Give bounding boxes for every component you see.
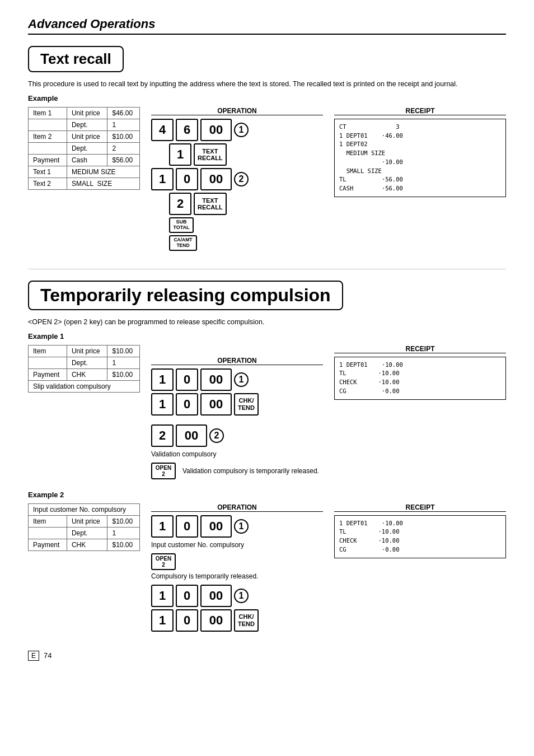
example1-receipt-box: 1 DEPT01 ·10.00 TL ·10.00 CHECK ·10.00 C… xyxy=(334,357,506,400)
table-row: Payment CHK $10.00 xyxy=(29,368,140,380)
op-row-4: 2 TEXTRECALL xyxy=(169,193,323,215)
example2-op-col: OPERATION 1 0 00 1 Input customer No. co… xyxy=(151,503,323,634)
ex2-key-00d: 00 xyxy=(200,609,232,632)
ex1-key-00c: 00 xyxy=(176,424,207,447)
ex1-key-chk: CHK/TEND xyxy=(234,393,259,416)
example2-receipt-label: RECEIPT xyxy=(334,503,506,512)
ex1-key-00: 00 xyxy=(200,368,232,391)
table-row: Item 1 Unit price $46.00 xyxy=(29,107,140,119)
section1-op-label: OPERATION xyxy=(151,107,323,115)
key-6: 6 xyxy=(176,119,198,141)
ex2-op-row-2: 1 0 00 1 xyxy=(151,585,323,607)
ex2-key-1: 1 xyxy=(151,515,174,538)
ex1-open2-row: OPEN2 Validation compulsory is temporari… xyxy=(151,463,323,479)
key-00: 00 xyxy=(200,119,232,141)
table-row: Payment CHK $10.00 xyxy=(29,539,140,550)
example2-table: Input customer No. compulsory Item Unit … xyxy=(28,503,140,551)
circle-2: 2 xyxy=(234,172,249,186)
ex2-key-0c: 0 xyxy=(176,585,198,607)
example1-receipt-col: RECEIPT 1 DEPT01 ·10.00 TL ·10.00 CHECK … xyxy=(334,345,506,400)
section1-title-box: Text recall xyxy=(28,46,124,72)
example1-receipt-label: RECEIPT xyxy=(334,345,506,353)
ex2-key-00c: 00 xyxy=(200,585,232,607)
page-title: Advanced Operations xyxy=(28,17,506,31)
table-row: Slip validation compulsory xyxy=(29,380,140,392)
key-1b: 1 xyxy=(151,168,174,190)
table-row: Input customer No. compulsory xyxy=(29,503,140,515)
key-ca-amt-tend: CA/AMTTEND xyxy=(169,235,197,251)
table-row: Dept. 2 xyxy=(29,142,140,154)
table-row: Item Unit price $10.00 xyxy=(29,515,140,527)
ex2-key-chk: CHK/TEND xyxy=(234,609,259,632)
section1-item-table-wrap: Item 1 Unit price $46.00 Dept. 1 Item 2 … xyxy=(28,107,140,190)
example2-receipt-col: RECEIPT 1 DEPT01 ·10.00 TL ·10.00 CHECK … xyxy=(334,503,506,558)
ex2-key-0: 0 xyxy=(176,515,198,538)
page-footer: E 74 xyxy=(28,651,506,661)
section1-receipt-box: CT 3 1 DEPT01 ·46.00 1 DEPT02 MEDIUM SIZ… xyxy=(334,119,506,197)
page-header: Advanced Operations xyxy=(28,17,506,35)
example2-table-wrap: Input customer No. compulsory Item Unit … xyxy=(28,503,140,551)
section-compulsion: Temporarily releasing compulsion <OPEN 2… xyxy=(28,281,506,634)
section2-title-box: Temporarily releasing compulsion xyxy=(28,281,343,310)
table-row: Dept. 1 xyxy=(29,527,140,539)
example1-area: Item Unit price $10.00 Dept. 1 Payment C… xyxy=(28,345,506,482)
example1-block: Example 1 Item Unit price $10.00 Dept. 1 xyxy=(28,332,506,482)
ex1-circle-1: 1 xyxy=(234,372,249,387)
op-row-1: 4 6 00 1 xyxy=(151,119,323,141)
section2-description: <OPEN 2> (open 2 key) can be programmed … xyxy=(28,317,506,328)
key-text-recall-1: TEXTRECALL xyxy=(194,143,227,166)
example1-table: Item Unit price $10.00 Dept. 1 Payment C… xyxy=(28,345,140,393)
key-00b: 00 xyxy=(200,168,232,190)
example1-label: Example 1 xyxy=(28,332,506,340)
example2-receipt-box: 1 DEPT01 ·10.00 TL ·10.00 CHECK ·10.00 C… xyxy=(334,515,506,558)
circle-1: 1 xyxy=(234,123,249,137)
table-row: Payment Cash $56.00 xyxy=(29,154,140,166)
key-sub-total: SUBTOTAL xyxy=(169,217,194,233)
ex2-key-1c: 1 xyxy=(151,585,174,607)
ex2-key-0d: 0 xyxy=(176,609,198,632)
table-row: Dept. 1 xyxy=(29,357,140,368)
section1-example-area: Item 1 Unit price $46.00 Dept. 1 Item 2 … xyxy=(28,107,506,253)
section-text-recall: Text recall This procedure is used to re… xyxy=(28,46,506,253)
key-4: 4 xyxy=(151,119,174,141)
table-row: Item 2 Unit price $10.00 xyxy=(29,130,140,142)
key-2: 2 xyxy=(169,193,191,215)
example1-op-col: Example 1 OPERATION 1 0 00 1 1 0 00 CHK/… xyxy=(151,345,323,482)
ex1-op-row-2: 1 0 00 CHK/TEND xyxy=(151,393,323,416)
ex1-op-row-1: 1 0 00 1 xyxy=(151,368,323,391)
ex2-released-note: Compulsory is temporarily released. xyxy=(151,572,323,580)
section1-example-label: Example xyxy=(28,94,506,102)
table-row: Text 2 SMALL SIZE xyxy=(29,178,140,189)
footer-page: 74 xyxy=(44,651,51,660)
ex1-key-1b: 1 xyxy=(151,393,174,416)
ex2-circle-1: 1 xyxy=(234,519,249,534)
example2-area: Input customer No. compulsory Item Unit … xyxy=(28,503,506,634)
ex2-circle-1b: 1 xyxy=(234,589,249,603)
table-row: Item Unit price $10.00 xyxy=(29,345,140,357)
section1-receipt-label: RECEIPT xyxy=(334,107,506,115)
ex1-open2-key: OPEN2 xyxy=(151,463,176,479)
ex2-open2-row: OPEN2 xyxy=(151,553,323,570)
ex1-key-00b: 00 xyxy=(200,393,232,416)
key-0: 0 xyxy=(176,168,198,190)
ex2-op-row-1: 1 0 00 1 xyxy=(151,515,323,538)
section1-receipt-col: RECEIPT CT 3 1 DEPT01 ·46.00 1 DEPT02 ME… xyxy=(334,107,506,197)
ex1-key-1: 1 xyxy=(151,368,174,391)
section2-title: Temporarily releasing compulsion xyxy=(40,285,331,306)
ex1-key-0: 0 xyxy=(176,368,198,391)
key-text-recall-2: TEXTRECALL xyxy=(194,193,227,215)
example2-label: Example 2 xyxy=(28,491,506,499)
ex2-open2-key: OPEN2 xyxy=(151,553,176,570)
ex2-input-note: Input customer No. compulsory xyxy=(151,541,323,549)
ex2-key-1d: 1 xyxy=(151,609,174,632)
ex2-key-00: 00 xyxy=(200,515,232,538)
op-row-6: CA/AMTTEND xyxy=(169,235,323,251)
op-row-3: 1 0 00 2 xyxy=(151,168,323,190)
ex1-key-0b: 0 xyxy=(176,393,198,416)
ex1-col-label: OPERATION xyxy=(151,357,323,365)
key-1: 1 xyxy=(169,143,191,166)
footer-box: E xyxy=(28,651,39,661)
ex1-circle-2: 2 xyxy=(209,428,224,443)
section1-description: This procedure is used to recall text by… xyxy=(28,79,506,90)
example2-block: Example 2 Input customer No. compulsory … xyxy=(28,491,506,634)
